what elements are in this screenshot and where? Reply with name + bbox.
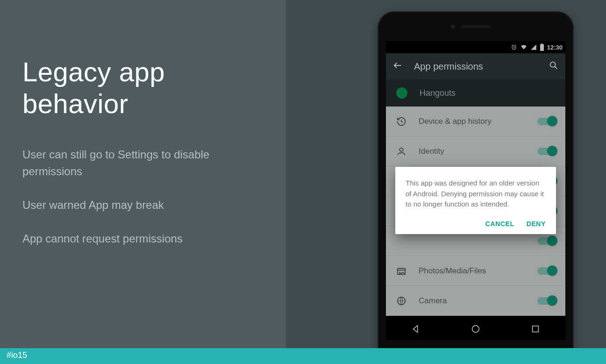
legacy-warning-dialog: This app was designed for an older versi… (395, 167, 556, 234)
bullet-1: User can still go to Settings to disable… (22, 146, 264, 180)
phone-area: 12:30 App permissions Hangouts (286, 0, 606, 364)
dialog-actions: CANCEL DENY (406, 220, 546, 228)
bullet-3: App cannot request permissions (22, 230, 264, 247)
footer-hashtag: #io15 (0, 348, 606, 364)
phone-camera-dot (450, 24, 455, 29)
phone-sensors (448, 24, 504, 29)
slide: Legacy app behavior User can still go to… (0, 0, 606, 364)
slide-bullets: User can still go to Settings to disable… (22, 146, 264, 247)
slide-text-area: Legacy app behavior User can still go to… (0, 0, 286, 364)
slide-title: Legacy app behavior (22, 56, 264, 120)
phone-earpiece (462, 25, 490, 28)
phone-frame: 12:30 App permissions Hangouts (378, 11, 574, 364)
deny-button[interactable]: DENY (527, 220, 546, 228)
dialog-message: This app was designed for an older versi… (406, 178, 546, 210)
bullet-2: User warned App may break (22, 197, 264, 214)
cancel-button[interactable]: CANCEL (485, 220, 514, 228)
